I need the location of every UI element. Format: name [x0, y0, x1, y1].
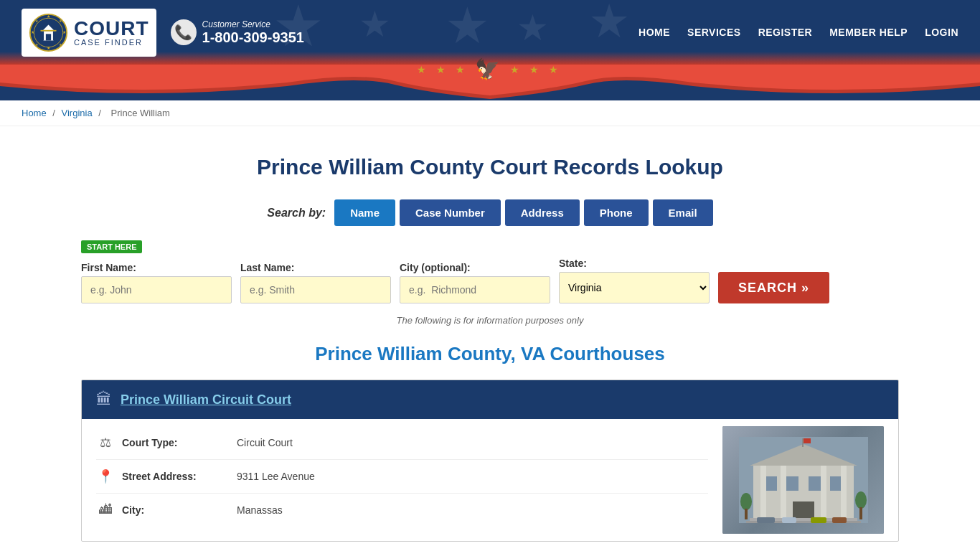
- breadcrumb: Home / Virginia / Prince William: [0, 100, 980, 126]
- nav-home[interactable]: HOME: [639, 27, 670, 38]
- svg-point-32: [740, 493, 752, 510]
- courthouses-title: Prince William County, VA Courthouses: [81, 343, 899, 365]
- city-info-row: 🏙 City: Manassas: [96, 494, 708, 526]
- eagle-symbol: 🦅: [475, 57, 506, 81]
- svg-rect-23: [793, 501, 814, 519]
- star-decoration: ★: [359, 4, 391, 45]
- svg-rect-14: [42, 31, 44, 40]
- city-label: City (optional):: [400, 262, 550, 273]
- svg-rect-36: [757, 517, 775, 523]
- breadcrumb-virginia[interactable]: Virginia: [62, 108, 93, 118]
- search-form-container: START HERE First Name: Last Name: City (…: [81, 240, 899, 303]
- logo-court-label: COURT: [74, 19, 149, 39]
- breadcrumb-home[interactable]: Home: [22, 108, 47, 118]
- courthouse-body: ⚖ Court Type: Circuit Court 📍 Street Add…: [82, 419, 898, 541]
- main-content: Prince William County Court Records Look…: [60, 126, 920, 551]
- svg-rect-27: [841, 466, 847, 519]
- search-by-row: Search by: Name Case Number Address Phon…: [81, 199, 899, 226]
- city-info-value: Manassas: [237, 504, 283, 516]
- svg-rect-24: [760, 466, 766, 519]
- courthouse-building-svg: [739, 437, 868, 523]
- star-decoration: ★: [445, 0, 490, 55]
- breadcrumb-sep-1: /: [52, 108, 57, 118]
- svg-rect-35: [859, 507, 862, 519]
- svg-rect-30: [802, 438, 804, 447]
- svg-rect-33: [745, 509, 748, 519]
- star-decoration: ★: [588, 0, 630, 48]
- nav-login[interactable]: LOGIN: [925, 27, 958, 38]
- customer-service: 📞 Customer Service 1-800-309-9351: [171, 19, 304, 46]
- breadcrumb-sep-2: /: [98, 108, 103, 118]
- star-right-1: ★: [510, 64, 525, 75]
- street-label: Street Address:: [122, 471, 230, 482]
- last-name-input[interactable]: [240, 276, 391, 303]
- star-left-2: ★: [436, 64, 451, 75]
- courthouse-image-placeholder: [722, 426, 884, 534]
- svg-rect-21: [809, 476, 821, 491]
- star-left-3: ★: [456, 64, 471, 75]
- last-name-field: Last Name:: [240, 262, 391, 303]
- court-type-value: Circuit Court: [237, 437, 293, 448]
- tab-phone[interactable]: Phone: [584, 199, 649, 226]
- tab-name[interactable]: Name: [334, 199, 395, 226]
- city-icon: 🏙: [96, 502, 115, 517]
- street-value: 9311 Lee Avenue: [237, 471, 315, 482]
- court-type-icon: ⚖: [96, 435, 115, 451]
- nav-services[interactable]: SERVICES: [687, 27, 741, 38]
- svg-text:★: ★: [31, 30, 34, 34]
- svg-rect-37: [782, 517, 796, 523]
- first-name-label: First Name:: [81, 262, 232, 273]
- svg-rect-13: [41, 29, 57, 31]
- state-select[interactable]: Virginia AlabamaAlaskaArizonaArkansas Ca…: [559, 272, 710, 303]
- star-left-1: ★: [417, 64, 432, 75]
- first-name-input[interactable]: [81, 276, 232, 303]
- search-form-row: First Name: Last Name: City (optional): …: [81, 258, 899, 303]
- court-type-row: ⚖ Court Type: Circuit Court: [96, 426, 708, 460]
- svg-rect-38: [811, 517, 826, 523]
- site-header: ★ ★ ★ ★ ★ ★ ★ ★ ★ ★ ★ ★ ★: [0, 0, 980, 65]
- svg-text:★: ★: [47, 46, 50, 50]
- page-title: Prince William County Court Records Look…: [81, 155, 899, 179]
- wave-banner: ★ ★ ★ 🦅 ★ ★ ★: [0, 65, 980, 100]
- city-info-label: City:: [122, 504, 230, 516]
- eagle-banner-center: ★ ★ ★ 🦅 ★ ★ ★: [417, 57, 564, 81]
- cs-label: Customer Service: [202, 19, 304, 29]
- breadcrumb-current: Prince William: [111, 108, 170, 118]
- eagle-stars-row: ★ ★ ★ 🦅 ★ ★ ★: [417, 57, 564, 81]
- svg-rect-20: [786, 476, 798, 491]
- svg-rect-31: [804, 438, 811, 443]
- svg-rect-25: [781, 466, 786, 519]
- court-type-label: Court Type:: [122, 437, 230, 448]
- nav-member-help[interactable]: MEMBER HELP: [829, 27, 908, 38]
- courthouse-building-icon: 🏛: [96, 390, 112, 409]
- svg-rect-26: [821, 466, 826, 519]
- star-right-3: ★: [549, 64, 564, 75]
- state-label: State:: [559, 258, 710, 269]
- courthouse-info: ⚖ Court Type: Circuit Court 📍 Street Add…: [96, 426, 708, 534]
- svg-rect-39: [832, 517, 847, 523]
- cs-phone: 1-800-309-9351: [202, 29, 304, 46]
- tab-email[interactable]: Email: [653, 199, 713, 226]
- search-by-label: Search by:: [267, 207, 326, 220]
- info-note: The following is for information purpose…: [81, 315, 899, 326]
- tab-case-number[interactable]: Case Number: [400, 199, 501, 226]
- courthouse-image: [722, 426, 884, 534]
- svg-rect-12: [46, 34, 51, 40]
- last-name-label: Last Name:: [240, 262, 391, 273]
- search-button[interactable]: SEARCH »: [718, 272, 829, 303]
- logo-case-label: CASE FINDER: [74, 39, 149, 47]
- first-name-field: First Name:: [81, 262, 232, 303]
- phone-icon: 📞: [171, 19, 197, 45]
- svg-text:★: ★: [62, 30, 66, 34]
- nav-register[interactable]: REGISTER: [758, 27, 813, 38]
- svg-point-34: [855, 491, 867, 509]
- city-input[interactable]: [400, 276, 550, 303]
- state-field: State: Virginia AlabamaAlaskaArizonaArka…: [559, 258, 710, 303]
- courthouse-name[interactable]: Prince William Circuit Court: [121, 392, 291, 408]
- tab-address[interactable]: Address: [505, 199, 580, 226]
- header-left: ★ ★ ★ ★ ★ ★ ★ ★ COURT CASE FIND: [22, 9, 304, 57]
- logo-emblem-icon: ★ ★ ★ ★ ★ ★ ★ ★: [29, 13, 68, 52]
- city-field: City (optional):: [400, 262, 550, 303]
- svg-text:★: ★: [47, 14, 50, 19]
- star-decoration: ★: [517, 7, 549, 49]
